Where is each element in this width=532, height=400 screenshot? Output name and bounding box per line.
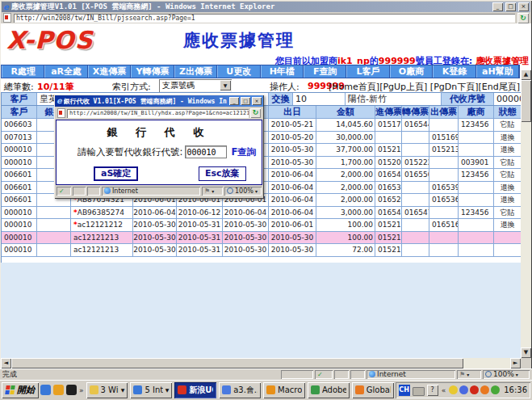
table-cell: 30,000.00 <box>316 132 375 145</box>
taskbar-button-label: Adobe ... <box>322 385 346 394</box>
index-method-value: 支票號碼 <box>162 81 195 90</box>
zone-label: Internet <box>112 187 138 195</box>
table-cell: 100.00 <box>316 232 375 245</box>
menu-item-12[interactable]: aH幫助 <box>476 65 519 78</box>
language-indicator[interactable]: CH <box>399 385 410 396</box>
taskbar-button[interactable]: Macrom... <box>263 382 305 398</box>
total-count-value: 10/11筆 <box>37 81 74 93</box>
query-link[interactable]: F查詢 <box>231 146 256 158</box>
dialog-titlebar[interactable]: e 銀行代收 V1.01[X-POS 雲端商務網] - Windows In..… <box>55 95 263 107</box>
dialog-minimize-button[interactable]: _ <box>229 97 239 105</box>
done-indicator: ✓ <box>57 187 71 196</box>
taskbar-button[interactable]: Global... <box>352 382 394 398</box>
dialog-url-input[interactable]: http://win2008/tw/IN_Bill/yhdx.asp?Page=… <box>67 109 249 118</box>
menu-item-5[interactable]: Z出傳票 <box>174 65 217 78</box>
horizontal-scroll-thumb[interactable] <box>11 358 463 368</box>
start-button[interactable]: 開始 <box>2 382 39 398</box>
column-header: 出日 <box>269 106 316 119</box>
menu-item-8[interactable]: F查詢 <box>304 65 346 78</box>
chevron-down-icon[interactable]: ▼ <box>165 387 170 393</box>
qq-quicklaunch-icon[interactable] <box>66 385 77 395</box>
tray-icon-4[interactable] <box>480 385 489 394</box>
table-cell <box>429 157 459 170</box>
refresh-icon[interactable]: ↻ <box>517 13 529 23</box>
menu-item-2[interactable]: aR全處 <box>44 65 87 78</box>
done-indicator: ✓ <box>315 370 333 379</box>
table-cell: 015211 <box>375 244 402 257</box>
horizontal-scrollbar[interactable]: ◄ ► <box>1 358 521 368</box>
table-cell <box>402 182 429 195</box>
table-cell <box>402 132 429 145</box>
table-cell: 003901 <box>459 157 494 170</box>
table-row[interactable]: 000010*ac121212122010-05-302010-05-31201… <box>2 219 522 232</box>
tray-icon-2[interactable] <box>459 385 468 394</box>
menu-item-1[interactable]: R處理 <box>2 65 44 78</box>
maximize-button[interactable]: □ <box>505 2 516 11</box>
menu-item-9[interactable]: L客戶 <box>346 65 389 78</box>
tray-icon-1[interactable] <box>449 385 458 394</box>
macromedia-icon <box>266 385 275 394</box>
table-cell <box>402 194 429 207</box>
scroll-left-icon[interactable]: ◄ <box>1 358 11 368</box>
scroll-up-icon[interactable]: ▲ <box>521 69 531 80</box>
tray-icon-3[interactable] <box>470 385 479 394</box>
table-cell: 2010-05-31 <box>177 244 223 257</box>
close-button[interactable]: × <box>518 2 529 11</box>
vertical-scroll-thumb[interactable] <box>521 80 531 122</box>
menu-item-11[interactable]: K登錄 <box>433 65 475 78</box>
refresh-icon[interactable]: ↻ <box>250 108 261 118</box>
menu-item-10[interactable]: O廠商 <box>390 65 433 78</box>
taskbar-button[interactable]: a3.會... <box>219 382 261 398</box>
table-row[interactable]: 000010ac121212132010-05-302010-05-312010… <box>2 244 522 257</box>
table-row[interactable]: 000010ac121212132010-05-302010-05-312010… <box>2 232 522 245</box>
table-cell: 2,000.00 <box>316 169 375 182</box>
scroll-right-icon[interactable]: ► <box>510 358 521 368</box>
bank-code-input[interactable] <box>185 145 227 158</box>
exchange-value[interactable]: 10 <box>293 93 346 106</box>
table-cell: 016537 <box>375 182 402 195</box>
menu-item-6[interactable]: U更改 <box>217 65 260 78</box>
protected-mode-pane[interactable]: ⚑▾ <box>457 370 481 379</box>
taskbar-button[interactable]: 新浪UC <box>174 382 216 398</box>
index-method-select[interactable]: 支票號碼 ▼ <box>159 79 232 92</box>
menu-item-3[interactable]: X進傳票 <box>88 65 131 78</box>
confirm-button[interactable]: aS確定 <box>94 166 138 181</box>
help-icon[interactable]: ? <box>427 385 438 396</box>
collection-serial-value[interactable]: 000000 <box>494 93 522 106</box>
page-title: 應收票據管理 <box>106 29 372 52</box>
printer-icon[interactable] <box>413 387 425 396</box>
dialog-close-button[interactable]: × <box>252 97 262 105</box>
status-pane <box>334 370 349 379</box>
table-cell: 2010-05-20 <box>269 132 316 145</box>
tray-icon-5[interactable] <box>491 385 500 394</box>
menu-item-4[interactable]: Y轉傳票 <box>131 65 174 78</box>
table-cell: 2010-05-30 <box>223 219 269 232</box>
chevron-right-icon[interactable]: » <box>78 386 85 394</box>
url-input[interactable]: http://win2008/tw/IN_Bill/pjssearch.asp?… <box>14 14 515 23</box>
taskbar-button[interactable]: Adobe ... <box>308 382 350 398</box>
bank-name-value[interactable]: 陽信-新竹 <box>346 93 442 106</box>
protected-mode-pane[interactable]: ⚑▾ <box>202 187 223 196</box>
zoom-pane[interactable]: 100%▾ <box>483 370 530 379</box>
table-cell <box>459 194 494 207</box>
table-cell: 000010 <box>2 219 37 232</box>
ie-quicklaunch-icon[interactable] <box>40 385 51 395</box>
vertical-scrollbar[interactable]: ▲ ▼ <box>521 69 531 358</box>
chevron-down-icon[interactable]: ▼ <box>220 80 231 91</box>
table-cell: 2010-06-04 <box>133 207 177 220</box>
taskbar-button[interactable]: 5 Int...▼ <box>130 382 172 398</box>
flag-icon: ⚑ <box>459 371 465 378</box>
table-row[interactable]: 000010*AB963852742010-06-042010-06-12201… <box>2 207 522 220</box>
table-cell: 3,000.00 <box>316 207 375 220</box>
zoom-pane[interactable]: 100%▾ <box>224 187 262 196</box>
menu-item-7[interactable]: H年檔 <box>261 65 304 78</box>
cancel-button[interactable]: Esc放棄 <box>199 166 246 181</box>
dialog-maximize-button[interactable]: □ <box>241 97 250 105</box>
chevron-left-icon[interactable]: « <box>441 386 447 394</box>
taskbar-button[interactable]: 3 Win...▼ <box>86 382 128 398</box>
messenger-quicklaunch-icon[interactable] <box>53 385 64 395</box>
zoom-level: 100% <box>235 187 253 195</box>
scroll-down-icon[interactable]: ▼ <box>521 347 531 358</box>
minimize-button[interactable]: _ <box>492 2 503 11</box>
chevron-down-icon[interactable]: ▼ <box>121 387 125 393</box>
